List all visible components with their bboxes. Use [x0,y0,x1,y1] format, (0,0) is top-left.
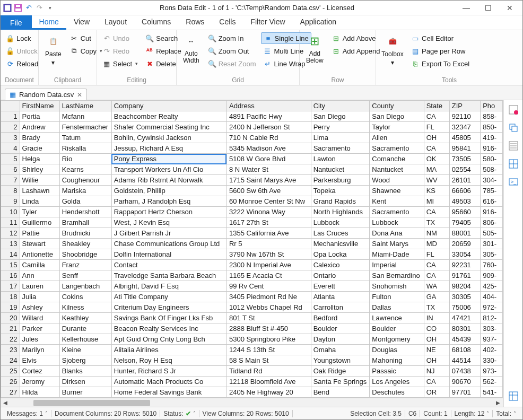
menu-item-rows[interactable]: Rows [178,15,212,30]
cell[interactable]: 8 N Water St [226,164,311,175]
select-button[interactable]: ▦Select▾ [100,58,140,69]
qa-redo-icon[interactable]: ↷ [34,3,44,13]
cell[interactable]: 850- [481,122,503,133]
table-row[interactable]: 25CortezBlanksHunter, Richard S JrTidlan… [1,366,503,377]
cell[interactable]: 32347 [449,122,480,133]
cell[interactable]: Deschutes [370,387,424,398]
grid-corner[interactable] [1,101,20,111]
table-row[interactable]: 5HelgaRioPony Express5108 W Gore BlvdLaw… [1,154,503,164]
cell[interactable]: Albright, David F Esq [111,281,226,292]
cell[interactable]: 330- [481,355,503,366]
cell[interactable]: 97701 [449,387,480,398]
cell[interactable]: 616- [481,196,503,207]
cell[interactable]: 95841 [449,143,480,154]
cell[interactable]: Jessup, Richard A Esq [111,143,226,154]
cell[interactable]: Kent [370,196,424,207]
table-row[interactable]: 15CamillaFranzContact2300 N Imperial Ave… [1,260,503,270]
status-length[interactable]: Length: 12 ˄ [451,410,493,417]
qa-undo-icon[interactable]: ↶ [24,3,33,13]
cell[interactable]: Sacramento [370,143,424,154]
cell[interactable]: Ann [20,270,59,281]
cell[interactable]: 425- [481,281,503,292]
row-number[interactable]: 12 [1,228,20,239]
cell[interactable]: Mechanicsville [311,239,370,249]
reset-zoom-button[interactable]: 🔍Reset Zoom [206,58,258,69]
cell[interactable]: Langenbach [59,281,111,292]
cell[interactable]: Lawton [311,154,370,164]
redo-button[interactable]: ↷Redo [100,45,140,57]
cell[interactable]: Coughenour [59,175,111,186]
cell[interactable]: Contact [111,260,226,270]
table-row[interactable]: 17LaurenLangenbachAlbright, David F Esq9… [1,281,503,292]
cell[interactable]: 5300 Springboro Pike [226,334,311,345]
row-number[interactable]: 16 [1,270,20,281]
cell[interactable]: Senff [59,270,111,281]
table-row[interactable]: 6ShirleyKearnsTransport Workers Un Afl C… [1,164,503,175]
cell[interactable]: Shoobridge [59,249,111,260]
menu-item-application[interactable]: Application [293,15,344,30]
scroll-left-arrow-icon[interactable]: ◄ [1,399,10,407]
cell[interactable]: OH [424,355,449,366]
row-number[interactable]: 25 [1,366,20,377]
cell[interactable]: 20659 [449,239,480,249]
cell[interactable]: 937- [481,334,503,345]
cell[interactable]: Elvis [20,355,59,366]
cell[interactable]: Portia [20,111,59,122]
cell[interactable]: Sacramento [311,143,370,154]
cell[interactable]: Snohomish [370,281,424,292]
cell[interactable]: 58 S Main St [226,355,311,366]
column-header[interactable]: City [311,101,370,111]
undo-button[interactable]: ↶Undo [100,32,140,44]
cell[interactable]: Hunter, Richard S Jr [111,366,226,377]
sidebar-table-icon[interactable] [507,390,520,402]
cell[interactable]: TX [424,217,449,228]
cell[interactable]: San Bernardino [370,270,424,281]
cell[interactable]: CO [424,323,449,334]
cell[interactable]: Camilla [20,260,59,270]
row-number[interactable]: 9 [1,196,20,207]
cell[interactable]: 99 Rv Cent [226,281,311,292]
row-number[interactable]: 6 [1,164,20,175]
cell[interactable]: 88001 [449,228,480,239]
cell[interactable]: Willie [20,175,59,186]
cell[interactable]: WA [424,281,449,292]
row-number[interactable]: 27 [1,387,20,398]
cell[interactable]: 1244 S 13th St [226,345,311,355]
cell[interactable]: CA [424,260,449,270]
cell[interactable]: Nantucket [311,164,370,175]
cell[interactable]: Helga [20,154,59,164]
cell[interactable]: Julia [20,292,59,302]
cell[interactable]: KS [424,186,449,196]
cell[interactable]: Hilda [20,387,59,398]
column-header[interactable]: ZIP [449,101,480,111]
cell[interactable]: Bramhall [59,217,111,228]
column-header[interactable]: Pho [481,101,503,111]
cell[interactable]: Jules [20,334,59,345]
cell[interactable]: Shirley [20,164,59,175]
close-tab-icon[interactable]: ✕ [77,91,82,99]
cell[interactable]: Jeromy [20,377,59,387]
cell[interactable]: 92110 [449,111,480,122]
cell[interactable]: 404- [481,292,503,302]
cell[interactable]: Parkersburg [311,175,370,186]
row-number[interactable]: 3 [1,133,20,143]
sidebar-list-icon[interactable] [507,139,520,152]
cell[interactable]: 60 Monroe Center St Nw [226,196,311,207]
cell[interactable]: 47421 [449,313,480,323]
column-header[interactable]: State [424,101,449,111]
cell[interactable]: 1617 27th St [226,217,311,228]
table-row[interactable]: 21ParkerDuranteBeacon Realty Services In… [1,323,503,334]
paste-button[interactable]: 📋 Paste▾ [42,32,65,67]
data-grid[interactable]: FirstNameLastNameCompanyAddressCityCount… [1,100,503,398]
row-number[interactable]: 20 [1,313,20,323]
table-row[interactable]: 3BradyTatumBohlin, Cywinski Jackson710 N… [1,133,503,143]
cell[interactable]: 760- [481,260,503,270]
cell[interactable]: MI [424,196,449,207]
cell[interactable]: Boulder [370,323,424,334]
unlock-button[interactable]: 🔓Unlock [4,45,40,57]
cell[interactable]: Tatum [59,133,111,143]
cell[interactable]: Guillermo [20,217,59,228]
cell[interactable]: Everett [311,281,370,292]
cell[interactable]: Brady [20,133,59,143]
cell[interactable]: Miami-Dade [370,249,424,260]
